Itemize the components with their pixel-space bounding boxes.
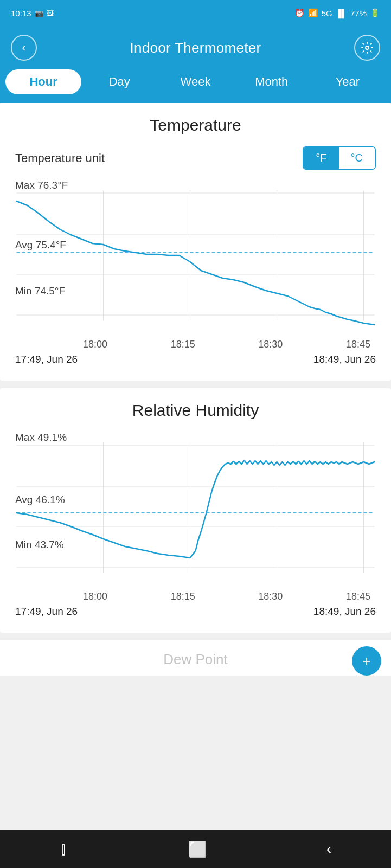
humidity-chart <box>15 442 376 583</box>
temp-max-label: Max 76.3°F <box>15 179 68 191</box>
fahrenheit-button[interactable]: °F <box>304 147 338 169</box>
humidity-title: Relative Humidity <box>15 401 376 420</box>
temp-time-0: 18:00 <box>83 339 107 350</box>
humidity-section: Relative Humidity Max 49.1% Avg 46.1% Mi… <box>0 388 391 633</box>
back-nav-icon[interactable]: ‹ <box>326 840 331 858</box>
temperature-chart <box>15 190 376 331</box>
tab-day[interactable]: Day <box>81 69 157 94</box>
tab-bar: Hour Day Week Month Year <box>0 69 391 103</box>
dew-point-label: Dew Point <box>163 651 228 667</box>
gear-icon <box>361 41 374 54</box>
signal-bars-icon: ▐▌ <box>336 9 347 18</box>
humidity-max-label: Max 49.1% <box>15 432 67 443</box>
status-right: ⏰ 📶 5G ▐▌ 77% 🔋 <box>294 8 380 18</box>
temperature-title: Temperature <box>15 116 376 134</box>
content-area: Temperature Temperature unit °F °C Max 7… <box>0 103 391 676</box>
fab-button[interactable]: + <box>352 646 381 676</box>
home-icon[interactable]: ⬜ <box>188 840 207 858</box>
humidity-date-end: 18:49, Jun 26 <box>313 606 376 618</box>
alarm-icon: ⏰ <box>294 8 305 18</box>
humidity-date-start: 17:49, Jun 26 <box>15 606 78 618</box>
header: ‹ Indoor Thermometer <box>0 26 391 69</box>
status-left: 10:13 📷 🖼 <box>11 9 54 18</box>
gallery-icon: 🖼 <box>47 9 54 17</box>
unit-label: Temperature unit <box>15 151 105 165</box>
back-button[interactable]: ‹ <box>11 35 37 61</box>
battery-label: 77% <box>350 9 367 18</box>
humidity-time-3: 18:45 <box>346 591 370 602</box>
temp-time-1: 18:15 <box>171 339 195 350</box>
settings-button[interactable] <box>354 35 380 61</box>
tab-hour[interactable]: Hour <box>5 69 81 94</box>
tab-year[interactable]: Year <box>310 69 386 94</box>
humidity-date-row: 17:49, Jun 26 18:49, Jun 26 <box>15 606 376 618</box>
humidity-time-axis: 18:00 18:15 18:30 18:45 <box>15 591 376 602</box>
tab-month[interactable]: Month <box>234 69 310 94</box>
dew-point-title: Dew Point + <box>15 651 376 668</box>
header-title: Indoor Thermometer <box>130 40 261 56</box>
wifi-icon: 📶 <box>308 8 318 18</box>
svg-point-0 <box>366 46 369 49</box>
bottom-nav: ⫿ ⬜ ‹ <box>0 830 391 868</box>
sim-icon: 📷 <box>35 9 43 17</box>
dew-point-section: Dew Point + <box>0 640 391 676</box>
temp-time-2: 18:30 <box>258 339 283 350</box>
humidity-time-2: 18:30 <box>258 591 283 602</box>
temp-time-3: 18:45 <box>346 339 370 350</box>
temp-date-end: 18:49, Jun 26 <box>313 353 376 365</box>
temperature-section: Temperature Temperature unit °F °C Max 7… <box>0 103 391 381</box>
temp-date-start: 17:49, Jun 26 <box>15 353 78 365</box>
temp-time-axis: 18:00 18:15 18:30 18:45 <box>15 339 376 350</box>
celsius-button[interactable]: °C <box>339 147 375 169</box>
network-label: 5G <box>322 9 332 18</box>
temp-date-row: 17:49, Jun 26 18:49, Jun 26 <box>15 353 376 365</box>
status-bar: 10:13 📷 🖼 ⏰ 📶 5G ▐▌ 77% 🔋 <box>0 0 391 26</box>
humidity-time-0: 18:00 <box>83 591 107 602</box>
tab-week[interactable]: Week <box>157 69 233 94</box>
time-display: 10:13 <box>11 9 31 18</box>
unit-row: Temperature unit °F °C <box>15 146 376 170</box>
recent-apps-icon[interactable]: ⫿ <box>60 840 69 858</box>
battery-icon: 🔋 <box>370 8 380 18</box>
unit-toggle: °F °C <box>303 146 376 170</box>
humidity-time-1: 18:15 <box>171 591 195 602</box>
